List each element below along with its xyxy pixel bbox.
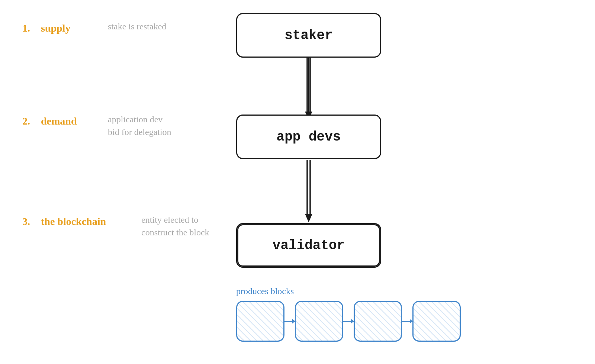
- blocks-section: produces blocks: [236, 286, 461, 342]
- connector-3: [402, 321, 412, 322]
- block-1: [236, 301, 284, 342]
- block-3: [354, 301, 402, 342]
- connector-2: [343, 321, 354, 322]
- block-2: [295, 301, 343, 342]
- step-3-desc: entity elected to construct the block: [141, 214, 209, 239]
- svg-marker-6: [305, 214, 312, 222]
- step-2-desc: application dev bid for delegation: [108, 113, 171, 138]
- staker-node: staker: [236, 13, 381, 58]
- step-3-name: the blockchain: [41, 216, 106, 228]
- step-2-name: demand: [41, 115, 77, 127]
- step-1-number: 1.: [22, 22, 30, 34]
- block-4: [412, 301, 461, 342]
- blocks-row: [236, 301, 461, 342]
- connector-1: [284, 321, 295, 322]
- step-3-number: 3.: [22, 216, 30, 228]
- diagram-container: 1. supply stake is restaked staker 2. de…: [0, 0, 595, 364]
- validator-label: validator: [273, 238, 345, 253]
- step-1-name: supply: [41, 22, 70, 34]
- step-1-desc: stake is restaked: [108, 20, 166, 33]
- app-devs-node: app devs: [236, 115, 381, 159]
- step-2-number: 2.: [22, 115, 30, 127]
- validator-node: validator: [236, 223, 381, 268]
- produces-label: produces blocks: [236, 286, 461, 296]
- app-devs-label: app devs: [277, 129, 341, 145]
- staker-label: staker: [284, 28, 333, 43]
